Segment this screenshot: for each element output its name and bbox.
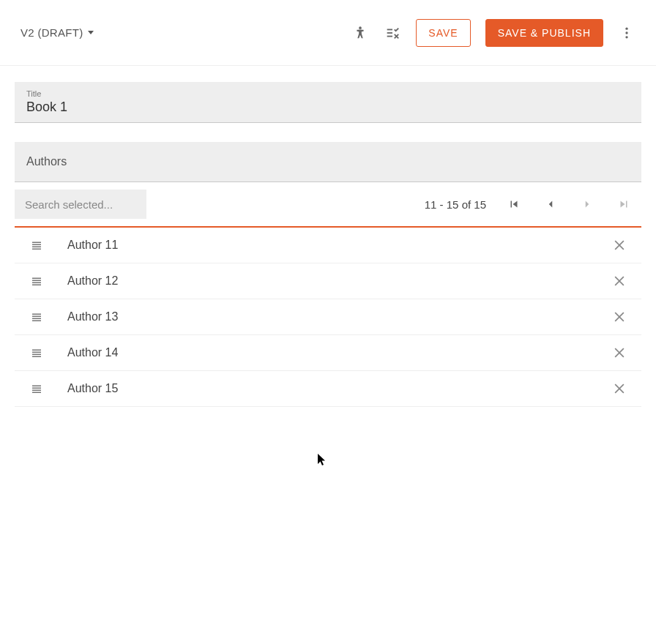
svg-point-8 (625, 36, 627, 38)
close-icon[interactable] (612, 310, 627, 324)
save-publish-button[interactable]: SAVE & PUBLISH (485, 19, 603, 47)
list-item[interactable]: Author 13 (15, 299, 641, 335)
authors-list: Author 11Author 12Author 13Author 14Auth… (15, 228, 641, 407)
title-field-value: Book 1 (26, 100, 630, 115)
list-item-label: Author 14 (67, 346, 612, 359)
cursor-icon (318, 454, 327, 465)
version-label: V2 (DRAFT) (20, 26, 83, 39)
checklist-icon[interactable] (384, 24, 401, 42)
list-item[interactable]: Author 15 (15, 371, 641, 407)
first-page-icon[interactable] (505, 195, 523, 213)
close-icon[interactable] (612, 381, 627, 396)
list-item[interactable]: Author 14 (15, 335, 641, 371)
accessibility-icon[interactable] (351, 24, 369, 42)
title-field[interactable]: Title Book 1 (15, 82, 641, 123)
pager: 11 - 15 of 15 (425, 195, 641, 213)
svg-point-6 (625, 27, 627, 29)
authors-list-toolbar: 11 - 15 of 15 (15, 182, 641, 228)
search-input[interactable] (25, 198, 136, 211)
svg-point-0 (359, 26, 362, 29)
version-dropdown[interactable]: V2 (DRAFT) (20, 26, 94, 39)
next-page-icon[interactable] (578, 195, 596, 213)
authors-field-label: Authors (26, 155, 630, 168)
list-item-label: Author 13 (67, 310, 612, 323)
drag-handle-icon[interactable] (29, 274, 44, 288)
drag-handle-icon[interactable] (29, 238, 44, 252)
search-wrap (15, 190, 146, 219)
list-item-label: Author 15 (67, 382, 612, 395)
content-area: Title Book 1 Authors 11 - 15 of 15 Autho… (0, 66, 656, 407)
list-item-label: Author 11 (67, 239, 612, 252)
list-item[interactable]: Author 11 (15, 228, 641, 263)
topbar-actions: SAVE SAVE & PUBLISH (351, 19, 636, 47)
close-icon[interactable] (612, 274, 627, 288)
drag-handle-icon[interactable] (29, 381, 44, 396)
svg-point-7 (625, 31, 627, 34)
close-icon[interactable] (612, 345, 627, 360)
top-bar: V2 (DRAFT) SAVE SAVE & PUBLISH (0, 0, 656, 66)
last-page-icon[interactable] (615, 195, 633, 213)
list-item[interactable]: Author 12 (15, 263, 641, 299)
more-menu-icon[interactable] (618, 24, 636, 42)
list-item-label: Author 12 (67, 274, 612, 288)
authors-field[interactable]: Authors (15, 142, 641, 182)
title-field-label: Title (26, 89, 630, 98)
pager-text: 11 - 15 of 15 (425, 198, 486, 211)
save-button[interactable]: SAVE (416, 19, 470, 47)
prev-page-icon[interactable] (542, 195, 559, 213)
drag-handle-icon[interactable] (29, 345, 44, 360)
drag-handle-icon[interactable] (29, 310, 44, 324)
close-icon[interactable] (612, 238, 627, 252)
caret-down-icon (88, 31, 94, 34)
